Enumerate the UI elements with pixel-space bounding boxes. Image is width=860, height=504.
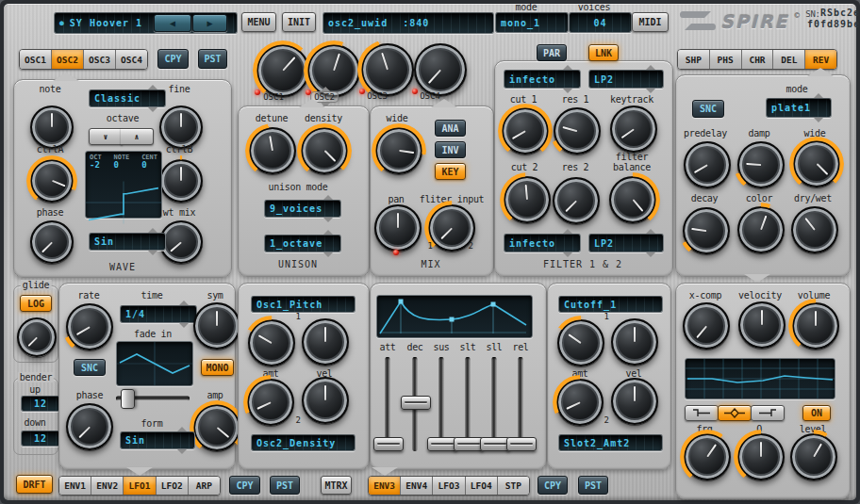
menu-button[interactable]: MENU — [241, 12, 276, 32]
tab-env2[interactable]: ENV2 — [91, 477, 123, 495]
bender-down-value[interactable]: 12 — [21, 431, 60, 447]
matrix-left-vel2-knob[interactable] — [302, 377, 349, 424]
tab-reverb[interactable]: REV — [804, 50, 836, 69]
waveform-select[interactable]: Sin — [89, 233, 166, 251]
matrix-left-target-bottom[interactable]: Osc2_Density — [251, 434, 356, 451]
matrix-right-vel2-knob[interactable] — [611, 378, 658, 425]
tab-osc2[interactable]: OSC2 — [51, 50, 83, 69]
eq-level-knob[interactable] — [790, 433, 837, 480]
fine-knob[interactable] — [159, 106, 203, 149]
detune-knob[interactable] — [249, 127, 296, 174]
env-sus-slider[interactable] — [427, 356, 455, 452]
eq-highshelf-button[interactable] — [751, 405, 785, 421]
density-knob[interactable] — [301, 127, 348, 174]
unison-octave-select[interactable]: 1_octave — [264, 235, 341, 252]
ctrlB-knob[interactable] — [159, 159, 203, 203]
mode-select[interactable]: mono_1 — [495, 12, 569, 33]
tab-env1[interactable]: ENV1 — [59, 477, 91, 495]
octave-up-button[interactable]: ∧ — [121, 128, 154, 145]
tab-env4[interactable]: ENV4 — [400, 477, 432, 495]
mix-wide-knob[interactable] — [375, 127, 422, 174]
x-comp-knob[interactable] — [683, 302, 730, 350]
osc2-level-knob[interactable] — [307, 44, 360, 97]
octave-down-button[interactable]: ∨ — [89, 128, 123, 145]
osc3-level-knob[interactable] — [361, 43, 414, 96]
lnk-button[interactable]: LNK — [588, 44, 619, 61]
lfo-phase-knob[interactable] — [66, 403, 113, 450]
velocity-knob[interactable] — [738, 301, 786, 349]
decay-knob[interactable] — [683, 207, 730, 254]
env-paste-button[interactable]: PST — [578, 476, 608, 495]
matrix-right-amt1-knob[interactable] — [557, 319, 604, 366]
env-copy-button[interactable]: CPY — [538, 476, 568, 495]
matrix-left-target-top[interactable]: Osc1_Pitch — [251, 296, 356, 313]
tab-lfo2[interactable]: LFO2 — [156, 477, 188, 495]
slider-handle[interactable] — [506, 437, 537, 451]
eq-lowshelf-button[interactable] — [685, 405, 719, 421]
eq-q-knob[interactable] — [737, 433, 785, 480]
tab-env3[interactable]: ENV3 — [369, 477, 400, 495]
lfo-mono-button[interactable]: MONO — [201, 359, 234, 376]
init-button[interactable]: INIT — [282, 12, 316, 32]
color-knob[interactable] — [737, 206, 785, 253]
osc-phase-knob[interactable] — [30, 220, 74, 264]
next-preset-button[interactable]: ▶ — [192, 14, 227, 32]
lfo-rate-knob[interactable] — [66, 303, 113, 350]
eq-on-button[interactable]: ON — [802, 405, 831, 421]
matrix-left-amt2-knob[interactable] — [247, 379, 294, 426]
matrix-right-target-top[interactable]: Cutoff_1 — [558, 296, 663, 313]
matrix-button[interactable]: MTRX — [321, 476, 352, 495]
tab-osc3[interactable]: OSC3 — [83, 50, 115, 69]
res2-knob[interactable] — [553, 177, 600, 224]
osc4-level-knob[interactable] — [414, 43, 467, 96]
pan-knob[interactable] — [374, 204, 422, 252]
slider-handle[interactable] — [121, 389, 135, 409]
lfo-form-select[interactable]: Sin — [120, 431, 195, 449]
key-button[interactable]: KEY — [435, 163, 466, 180]
predelay-knob[interactable] — [684, 141, 731, 188]
dry-wet-knob[interactable] — [791, 206, 838, 253]
reverb-sync-button[interactable]: SNC — [692, 100, 724, 118]
note-knob[interactable] — [30, 106, 74, 149]
tab-lfo4[interactable]: LFO4 — [465, 477, 497, 495]
filter2-shape-select[interactable]: LP2 — [588, 234, 664, 252]
lfo-sync-button[interactable]: SNC — [74, 359, 106, 376]
lfo-amp-knob[interactable] — [193, 404, 240, 451]
env-dec-slider[interactable] — [401, 356, 429, 452]
res1-knob[interactable] — [554, 107, 601, 154]
eq-peak-button[interactable] — [718, 405, 752, 421]
filter2-type-select[interactable]: infecto — [504, 234, 581, 252]
glide-knob[interactable] — [17, 317, 57, 357]
wave-name-select[interactable]: Classic — [89, 89, 166, 107]
lfo-sym-knob[interactable] — [193, 302, 240, 350]
glide-log-button[interactable]: LOG — [20, 295, 52, 312]
ctrlA-knob[interactable] — [30, 159, 74, 203]
filter1-shape-select[interactable]: LP2 — [588, 70, 664, 89]
reverb-mode-select[interactable]: plate1 — [766, 98, 832, 118]
matrix-left-vel1-knob[interactable] — [302, 318, 349, 366]
mod-paste-button[interactable]: PST — [270, 476, 300, 495]
matrix-right-amt2-knob[interactable] — [556, 379, 604, 426]
osc-copy-button[interactable]: CPY — [157, 49, 189, 69]
matrix-right-target-bottom[interactable]: Slot2_Amt2 — [558, 434, 663, 451]
tab-shaper[interactable]: SHP — [678, 50, 709, 69]
slider-handle[interactable] — [373, 437, 404, 451]
eq-frq-knob[interactable] — [684, 433, 731, 480]
filter1-type-select[interactable]: infecto — [504, 70, 581, 89]
prev-preset-button[interactable]: ◀ — [154, 14, 191, 32]
mod-copy-button[interactable]: CPY — [229, 476, 260, 495]
tab-lfo3[interactable]: LFO3 — [432, 477, 464, 495]
voices-select[interactable]: 04 — [569, 12, 632, 33]
lfo-phase-slider[interactable] — [114, 389, 191, 407]
inv-button[interactable]: INV — [435, 141, 466, 158]
lfo-time-select[interactable]: 1/4 — [120, 305, 197, 323]
unison-voices-select[interactable]: 9_voices — [264, 200, 341, 218]
osc1-level-knob[interactable] — [256, 44, 309, 97]
cut1-knob[interactable] — [502, 107, 549, 154]
env-slt-slider[interactable] — [454, 356, 482, 452]
damp-knob[interactable] — [737, 141, 785, 188]
tab-osc1[interactable]: OSC1 — [20, 50, 51, 69]
matrix-left-amt1-knob[interactable] — [248, 319, 295, 366]
midi-button[interactable]: MIDI — [632, 12, 669, 32]
volume-knob[interactable] — [792, 302, 839, 350]
